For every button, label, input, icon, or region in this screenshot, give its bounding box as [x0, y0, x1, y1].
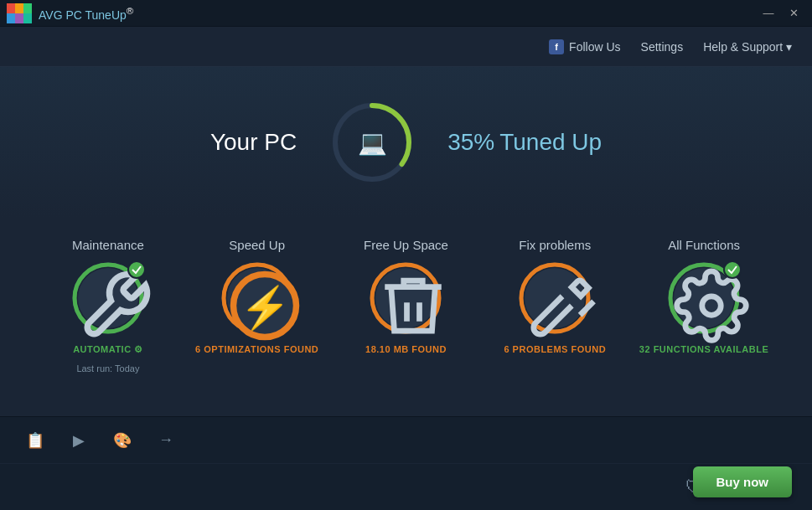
card-all-functions[interactable]: All Functions 32 FUNCTIONS AVAILABLE — [637, 238, 771, 354]
card-circle: ⚡ — [220, 260, 295, 336]
avg-logo — [7, 3, 32, 23]
your-pc-label: Your PC — [210, 129, 297, 156]
card-title: All Functions — [668, 238, 740, 252]
app-title: AVG PC TuneUp® — [39, 5, 133, 22]
card-icon-bg — [674, 268, 734, 328]
help-support-link[interactable]: Help & Support ▾ — [703, 40, 792, 54]
card-circle — [70, 260, 146, 336]
settings-label: Settings — [641, 40, 684, 54]
rescue-area: 🛡 Rescue Center Buy now — [0, 464, 812, 510]
svg-point-20 — [702, 296, 721, 316]
card-icon-bg — [375, 268, 436, 328]
card-title: Fix problems — [519, 238, 591, 252]
settings-link[interactable]: Settings — [641, 40, 684, 54]
card-maintenance[interactable]: Maintenance AUTOMATIC ⚙ Last run: Today — [41, 238, 175, 373]
card-title: Maintenance — [72, 238, 144, 252]
card-status: 18.10 MB FOUND — [365, 344, 447, 354]
tuned-up-label: Tuned Up — [499, 129, 602, 156]
buy-now-button[interactable]: Buy now — [693, 466, 793, 497]
notes-button[interactable]: 📋 — [20, 425, 50, 456]
card-circle — [666, 260, 742, 336]
card-icon-bg: ⚡ — [227, 268, 287, 328]
play-button[interactable]: ▶ — [64, 425, 94, 456]
card-status: 6 PROBLEMS FOUND — [504, 344, 606, 354]
card-icon-bg — [525, 268, 585, 328]
card-title: Speed Up — [229, 238, 285, 252]
card-circle — [368, 260, 443, 336]
title-bar: AVG PC TuneUp® — ✕ — [0, 0, 812, 27]
close-button[interactable]: ✕ — [782, 4, 805, 23]
card-status: 32 FUNCTIONS AVAILABLE — [639, 344, 768, 354]
follow-us-label: Follow Us — [569, 40, 620, 54]
arrow-button[interactable]: → — [151, 425, 181, 456]
svg-rect-4 — [15, 13, 23, 23]
bottom-bar: 📋 ▶ 🎨 → 🛡 Rescue Center Buy now — [0, 416, 812, 510]
svg-rect-2 — [23, 3, 32, 13]
card-free-up-space[interactable]: Free Up Space 18.10 MB FOUND — [339, 238, 473, 354]
cards-section: Maintenance AUTOMATIC ⚙ Last run: Today … — [0, 218, 812, 387]
hero-content: Your PC 💻 35% Tuned Up — [210, 100, 602, 184]
card-circle — [517, 260, 592, 336]
title-bar-right: — ✕ — [757, 4, 805, 23]
card-badge — [723, 260, 742, 279]
svg-rect-5 — [23, 13, 32, 23]
header-nav: f Follow Us Settings Help & Support ▾ — [0, 27, 812, 67]
svg-rect-3 — [7, 13, 15, 23]
svg-rect-0 — [7, 3, 15, 13]
svg-rect-1 — [15, 3, 23, 13]
tune-percent: 35% — [447, 129, 494, 156]
help-support-label: Help & Support ▾ — [703, 40, 792, 54]
laptop-icon: 💻 — [358, 129, 387, 157]
facebook-icon: f — [549, 39, 564, 54]
gauge-container: 💻 — [330, 100, 414, 184]
card-subtext: Last run: Today — [76, 363, 139, 373]
bottom-toolbar: 📋 ▶ 🎨 → — [0, 417, 812, 464]
theme-button[interactable]: 🎨 — [107, 425, 137, 456]
card-status: 6 OPTIMIZATIONS FOUND — [195, 344, 318, 354]
minimize-button[interactable]: — — [757, 4, 780, 23]
svg-text:⚡: ⚡ — [239, 283, 290, 332]
card-badge — [127, 260, 146, 279]
card-title: Free Up Space — [364, 238, 448, 252]
card-fix-problems[interactable]: Fix problems 6 PROBLEMS FOUND — [488, 238, 622, 354]
follow-us-link[interactable]: f Follow Us — [549, 39, 620, 54]
hero-section: Your PC 💻 35% Tuned Up — [0, 67, 812, 218]
title-bar-left: AVG PC TuneUp® — [7, 3, 133, 23]
card-status: AUTOMATIC ⚙ — [73, 344, 143, 355]
card-icon-bg — [78, 268, 138, 328]
card-speed-up[interactable]: Speed Up ⚡ 6 OPTIMIZATIONS FOUND — [190, 238, 324, 354]
